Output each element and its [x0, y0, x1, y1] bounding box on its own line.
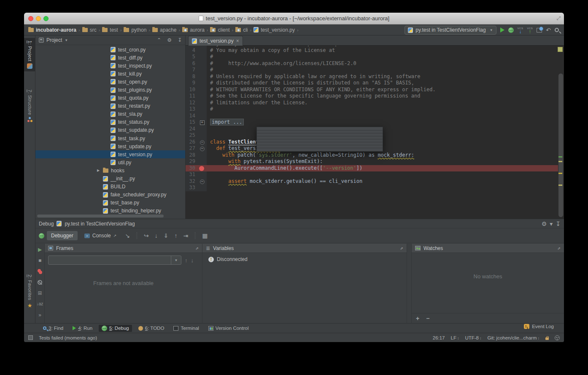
- show-execution-point-icon[interactable]: ↘: [125, 232, 130, 239]
- line-number[interactable]: 6: [186, 60, 197, 67]
- project-tree-item[interactable]: test_sla.py: [35, 110, 185, 118]
- fold-marker[interactable]: [197, 80, 207, 87]
- code-line[interactable]: 8 # Unless required by applicable law or…: [186, 73, 558, 80]
- undo-icon[interactable]: ↶: [546, 27, 551, 33]
- line-number[interactable]: 26: [186, 139, 197, 146]
- fold-marker[interactable]: [197, 60, 207, 67]
- add-watch-button[interactable]: +: [416, 315, 419, 322]
- tool-window-button[interactable]: Version Control: [205, 325, 252, 332]
- line-number[interactable]: 29: [186, 158, 197, 165]
- code-line[interactable]: 30 AuroraCommandLine().execute(['--versi…: [186, 165, 558, 172]
- project-tree-item[interactable]: test_update.py: [35, 142, 185, 150]
- project-tree-item[interactable]: test_version.py: [35, 150, 185, 158]
- project-tree-item[interactable]: test_binding_helper.py: [35, 207, 185, 214]
- vertical-scrollbar[interactable]: [558, 73, 563, 217]
- project-tree-item[interactable]: __init__.py: [35, 175, 185, 183]
- tab-test-version[interactable]: test_version.py ×: [188, 36, 243, 46]
- fold-marker[interactable]: [197, 185, 207, 191]
- code-line[interactable]: 5 #: [186, 54, 558, 60]
- fold-marker[interactable]: [197, 100, 207, 106]
- fold-marker[interactable]: [197, 67, 207, 73]
- breadcrumb-item[interactable]: incubator-aurora: [28, 27, 76, 33]
- run-to-cursor-icon[interactable]: ⇥: [183, 232, 189, 239]
- line-number[interactable]: 5: [186, 54, 197, 60]
- project-tree-item[interactable]: test_task.py: [35, 134, 185, 142]
- step-into-icon[interactable]: ↓: [155, 232, 158, 239]
- line-ending-widget[interactable]: LF↕: [451, 335, 459, 340]
- sidebar-item-project[interactable]: 1: Project: [24, 38, 35, 71]
- sidebar-item-favorites[interactable]: 2: Favorites ★: [24, 274, 35, 309]
- code-line[interactable]: 15 + import ...: [186, 119, 558, 126]
- fold-marker[interactable]: [197, 165, 207, 172]
- breadcrumb-item[interactable]: cli: [235, 27, 248, 33]
- project-tree-item[interactable]: test_status.py: [35, 118, 185, 126]
- project-tree-item[interactable]: test_diff.py: [35, 54, 185, 62]
- code-line[interactable]: 9 # distributed under the License is dis…: [186, 80, 558, 87]
- project-tree-item[interactable]: ▶ hooks: [35, 166, 185, 174]
- breadcrumb-item[interactable]: client: [210, 27, 229, 33]
- project-tree-item[interactable]: util.py: [35, 158, 185, 166]
- expand-arrow-icon[interactable]: ▶: [97, 168, 103, 172]
- fold-marker[interactable]: +: [197, 119, 207, 126]
- code-line[interactable]: 28 with patch('sys.stderr', new_callable…: [186, 152, 558, 159]
- stripe-mark-yellow[interactable]: [558, 161, 562, 162]
- line-number[interactable]: 4: [186, 47, 197, 54]
- horizontal-scrollbar[interactable]: [37, 215, 164, 217]
- gear-icon[interactable]: ⚙: [542, 221, 547, 227]
- fold-marker[interactable]: [197, 171, 207, 178]
- sidebar-item-structure[interactable]: 7: Structure: [24, 90, 35, 122]
- float-panel-icon[interactable]: ⇗: [400, 246, 403, 250]
- project-tree-item[interactable]: test_quota.py: [35, 94, 185, 102]
- fold-marker[interactable]: −: [197, 139, 207, 146]
- step-out-icon[interactable]: ↑: [175, 232, 178, 239]
- fold-marker[interactable]: −: [197, 178, 207, 185]
- resume-program-icon[interactable]: ▶: [38, 247, 42, 252]
- tool-window-button[interactable]: 6: TODO: [135, 325, 167, 332]
- breadcrumb-item[interactable]: aurora: [182, 27, 205, 33]
- fold-marker[interactable]: [197, 87, 207, 93]
- remove-watch-button[interactable]: −: [426, 315, 429, 322]
- line-number[interactable]: 9: [186, 80, 197, 87]
- evaluate-expression-icon[interactable]: ▦: [202, 232, 208, 239]
- titlebar[interactable]: test_version.py - incubator-aurora - [~/…: [24, 13, 564, 24]
- sort-frames-icon[interactable]: ↓az: [37, 302, 43, 307]
- chevron-down-icon[interactable]: ▼: [171, 256, 181, 264]
- mute-breakpoints-icon[interactable]: [38, 280, 42, 285]
- stripe-mark-green[interactable]: [558, 156, 562, 158]
- line-number[interactable]: 8: [186, 73, 197, 80]
- step-over-icon[interactable]: ↪: [144, 232, 149, 239]
- hector-icon[interactable]: [555, 335, 560, 340]
- fold-marker[interactable]: [197, 54, 207, 60]
- tool-window-button[interactable]: Terminal: [170, 325, 202, 332]
- line-number[interactable]: 33: [186, 185, 197, 191]
- debug-button[interactable]: [508, 27, 514, 33]
- project-tree-item[interactable]: test_inspect.py: [35, 62, 185, 70]
- small-caret-icon[interactable]: ▾: [550, 221, 553, 227]
- breadcrumb-item[interactable]: test: [102, 27, 118, 33]
- fold-marker[interactable]: [197, 106, 207, 113]
- line-number[interactable]: 25: [186, 132, 197, 139]
- fold-marker[interactable]: [197, 152, 207, 159]
- line-number[interactable]: 30: [186, 165, 197, 172]
- line-number[interactable]: 31: [186, 171, 197, 178]
- code-line[interactable]: 6 # http://www.apache.org/licenses/LICEN…: [186, 60, 558, 67]
- project-tree-item[interactable]: test_base.py: [35, 199, 185, 207]
- fold-marker[interactable]: [197, 113, 207, 120]
- project-tree-item[interactable]: test_open.py: [35, 78, 185, 86]
- tab-debugger[interactable]: Debugger: [47, 231, 78, 240]
- lock-icon[interactable]: [545, 337, 549, 340]
- local-changes-icon[interactable]: [537, 28, 542, 33]
- code-line[interactable]: 11 # See the License for the specific la…: [186, 93, 558, 100]
- restore-layout-icon[interactable]: ⊞: [38, 291, 42, 296]
- encoding-widget[interactable]: UTF-8↕: [465, 335, 481, 340]
- project-tree-item[interactable]: fake_scheduler_proxy.py: [35, 191, 185, 199]
- breadcrumb-item[interactable]: apache: [152, 27, 176, 33]
- project-tree-item[interactable]: BUILD: [35, 183, 185, 191]
- view-breakpoints-icon[interactable]: [38, 269, 43, 274]
- chevron-down-icon[interactable]: ▼: [65, 38, 68, 42]
- event-log-button[interactable]: !1 Event Log: [524, 324, 554, 329]
- stripe-mark-yellow[interactable]: [558, 173, 562, 174]
- breadcrumb-item[interactable]: python: [124, 27, 146, 33]
- code-line[interactable]: 14: [186, 113, 558, 120]
- fold-marker[interactable]: −: [197, 145, 207, 152]
